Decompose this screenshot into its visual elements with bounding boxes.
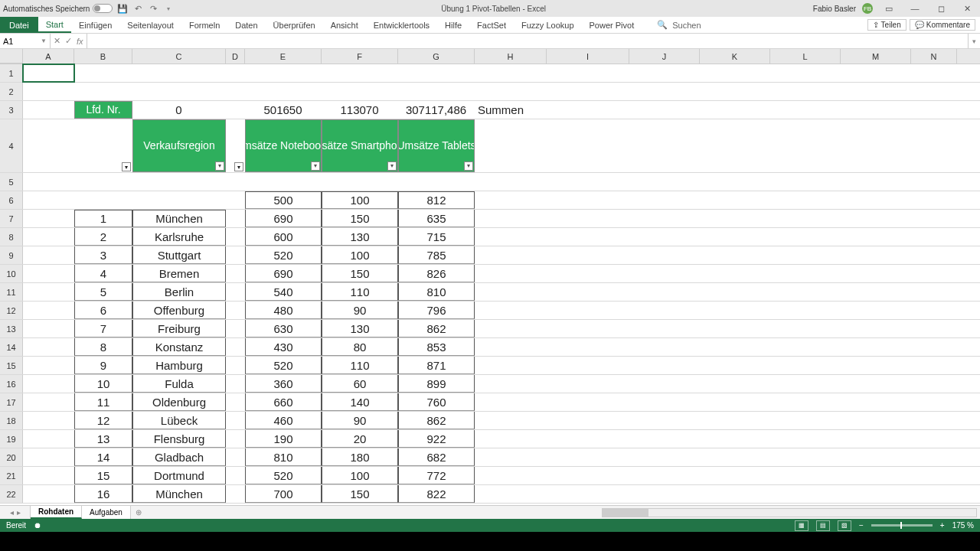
cell[interactable] bbox=[475, 320, 547, 337]
row-header[interactable]: 16 bbox=[0, 375, 23, 393]
add-sheet-icon[interactable]: ⊕ bbox=[131, 506, 146, 519]
column-header-N[interactable]: N bbox=[911, 49, 957, 64]
row-header[interactable]: 9 bbox=[0, 246, 23, 264]
column-header-L[interactable]: L bbox=[770, 49, 841, 64]
cell[interactable]: Gladbach bbox=[132, 448, 226, 466]
cell[interactable] bbox=[475, 265, 547, 282]
cell[interactable]: ▾ bbox=[74, 119, 132, 172]
tab-überprüfen[interactable]: Überprüfen bbox=[266, 17, 323, 33]
cell[interactable]: 540 bbox=[245, 283, 322, 301]
header-umsaetze-tablets[interactable]: Umsätze Tablets▾ bbox=[398, 119, 475, 172]
file-tab[interactable]: Datei bbox=[0, 17, 38, 33]
cell[interactable]: 150 bbox=[322, 265, 398, 282]
sheet-nav-next-icon[interactable]: ▸ bbox=[17, 508, 21, 517]
cell[interactable] bbox=[322, 83, 398, 100]
cell[interactable] bbox=[475, 283, 547, 301]
search-field[interactable]: Suchen bbox=[672, 21, 701, 30]
cell[interactable] bbox=[132, 64, 226, 82]
tab-power pivot[interactable]: Power Pivot bbox=[582, 17, 642, 33]
cell[interactable]: 11 bbox=[74, 393, 132, 411]
cell[interactable]: 12 bbox=[74, 412, 132, 429]
column-header-C[interactable]: C bbox=[132, 49, 226, 64]
column-header-B[interactable]: B bbox=[74, 49, 132, 64]
cell[interactable] bbox=[23, 265, 74, 282]
search-icon[interactable]: 🔍 bbox=[657, 20, 668, 30]
cell[interactable]: 922 bbox=[398, 430, 475, 448]
cell[interactable]: 853 bbox=[398, 338, 475, 356]
cell[interactable]: 480 bbox=[245, 302, 322, 319]
row-header[interactable]: 14 bbox=[0, 338, 23, 356]
cell[interactable]: Hamburg bbox=[132, 357, 226, 374]
cell[interactable]: Berlin bbox=[132, 283, 226, 301]
tab-hilfe[interactable]: Hilfe bbox=[437, 17, 469, 33]
fx-icon[interactable]: fx bbox=[77, 37, 83, 46]
cell[interactable] bbox=[226, 64, 245, 82]
cell[interactable] bbox=[226, 191, 245, 209]
column-header-H[interactable]: H bbox=[475, 49, 547, 64]
cell[interactable]: 460 bbox=[245, 412, 322, 429]
cell[interactable] bbox=[226, 83, 245, 100]
tab-fuzzy lookup[interactable]: Fuzzy Lookup bbox=[514, 17, 581, 33]
cell[interactable] bbox=[226, 173, 245, 191]
cell[interactable] bbox=[23, 467, 74, 484]
header-verkaufsregion[interactable]: Verkaufsregion▾ bbox=[132, 119, 226, 172]
cell[interactable]: 10 bbox=[74, 375, 132, 393]
minimize-icon[interactable]: — bbox=[905, 2, 925, 15]
cell[interactable]: 90 bbox=[322, 302, 398, 319]
cell[interactable] bbox=[475, 210, 547, 227]
tab-ansicht[interactable]: Ansicht bbox=[323, 17, 366, 33]
tab-daten[interactable]: Daten bbox=[227, 17, 265, 33]
cell[interactable]: 0 bbox=[132, 101, 226, 119]
sheet-tab-aufgaben[interactable]: Aufgaben bbox=[82, 506, 131, 519]
cell[interactable]: Bremen bbox=[132, 265, 226, 282]
cell[interactable] bbox=[475, 173, 547, 191]
row-header[interactable]: 17 bbox=[0, 393, 23, 411]
row-header[interactable]: 7 bbox=[0, 210, 23, 227]
cell[interactable]: 90 bbox=[322, 412, 398, 429]
toggle-off-icon[interactable] bbox=[93, 4, 113, 13]
sheet-tab-rohdaten[interactable]: Rohdaten bbox=[31, 506, 82, 519]
macro-record-icon[interactable]: ⏺ bbox=[34, 521, 41, 530]
cell[interactable]: 812 bbox=[398, 191, 475, 209]
cell[interactable]: 9 bbox=[74, 357, 132, 374]
cell[interactable]: 150 bbox=[322, 210, 398, 227]
cell[interactable]: 682 bbox=[398, 448, 475, 466]
cell[interactable]: 772 bbox=[398, 467, 475, 484]
cell[interactable]: 500 bbox=[245, 191, 322, 209]
row-header[interactable]: 11 bbox=[0, 283, 23, 301]
cell[interactable]: 15 bbox=[74, 467, 132, 484]
user-avatar[interactable]: FB bbox=[862, 3, 873, 14]
zoom-slider[interactable] bbox=[871, 524, 933, 527]
column-header-K[interactable]: K bbox=[700, 49, 770, 64]
cell[interactable] bbox=[226, 467, 245, 484]
horizontal-scrollbar[interactable] bbox=[602, 508, 977, 517]
cell[interactable]: 520 bbox=[245, 246, 322, 264]
cell[interactable]: Stuttgart bbox=[132, 246, 226, 264]
cell[interactable]: 4 bbox=[74, 265, 132, 282]
comments-button[interactable]: 💬Kommentare bbox=[910, 19, 975, 31]
column-header-I[interactable]: I bbox=[547, 49, 629, 64]
filter-icon[interactable]: ▾ bbox=[311, 161, 320, 171]
cell[interactable]: 130 bbox=[322, 320, 398, 337]
cell[interactable]: 501650 bbox=[245, 101, 322, 119]
cell[interactable]: 871 bbox=[398, 357, 475, 374]
row-header[interactable]: 18 bbox=[0, 412, 23, 429]
filter-icon[interactable]: ▾ bbox=[215, 161, 224, 171]
cell[interactable]: 796 bbox=[398, 302, 475, 319]
filter-icon[interactable]: ▾ bbox=[122, 162, 131, 171]
cell[interactable] bbox=[23, 191, 74, 209]
column-header-E[interactable]: E bbox=[245, 49, 322, 64]
cell[interactable] bbox=[475, 357, 547, 374]
cell[interactable]: ▾ bbox=[226, 119, 245, 172]
cell[interactable] bbox=[23, 448, 74, 466]
cell[interactable]: 630 bbox=[245, 320, 322, 337]
cell[interactable] bbox=[475, 393, 547, 411]
row-header[interactable]: 4 bbox=[0, 119, 23, 172]
row-header[interactable]: 6 bbox=[0, 191, 23, 209]
cell[interactable]: 20 bbox=[322, 430, 398, 448]
cell[interactable]: 690 bbox=[245, 265, 322, 282]
filter-icon[interactable]: ▾ bbox=[464, 161, 473, 171]
cell[interactable]: 520 bbox=[245, 467, 322, 484]
cell[interactable] bbox=[23, 228, 74, 246]
cell[interactable] bbox=[226, 375, 245, 393]
